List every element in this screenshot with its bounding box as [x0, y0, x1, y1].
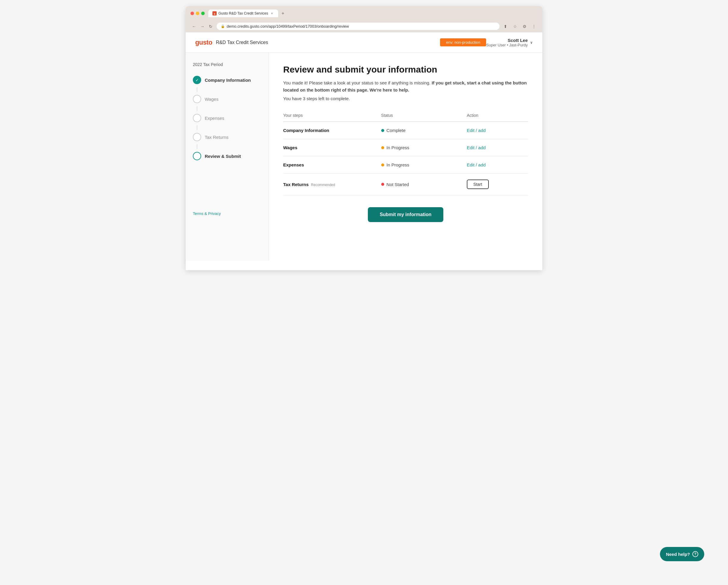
- description-normal: You made it! Please take a look at your …: [283, 80, 432, 85]
- share-button[interactable]: ⬆: [502, 23, 509, 30]
- forward-button[interactable]: →: [199, 23, 206, 30]
- user-menu[interactable]: Scott Lee Super User • Jast-Purdy ∨: [486, 38, 533, 47]
- bookmark-button[interactable]: ☆: [511, 23, 519, 30]
- nav-icon-company-information: ✓: [193, 76, 201, 84]
- url-text: demo.credits.gusto.com/app/10499/taxPeri…: [227, 24, 349, 28]
- table-row: Company InformationCompleteEdit / add: [283, 122, 528, 139]
- nav-buttons: ← → ↻: [190, 23, 214, 30]
- sidebar-item-tax-returns[interactable]: Tax Returns: [193, 130, 261, 144]
- nav-connector-2: [197, 106, 197, 111]
- col-header-status: Status: [381, 109, 467, 122]
- description-text: You made it! Please take a look at your …: [283, 79, 528, 94]
- status-cell: Complete: [381, 122, 467, 139]
- close-traffic-light[interactable]: [190, 11, 194, 15]
- logo-area: gusto R&D Tax Credit Services: [195, 39, 440, 46]
- check-icon: ✓: [196, 78, 199, 82]
- minimize-traffic-light[interactable]: [196, 11, 199, 15]
- status-dot-in-progress: [381, 146, 384, 149]
- tax-period-label: 2022 Tax Period: [193, 62, 261, 67]
- back-button[interactable]: ←: [190, 23, 198, 30]
- nav-icon-tax-returns: [193, 133, 201, 141]
- recommended-badge: Recommended: [311, 183, 335, 187]
- status-cell: In Progress: [381, 156, 467, 174]
- nav-icon-expenses: [193, 114, 201, 122]
- action-cell: Edit / add: [467, 122, 528, 139]
- edit-add-link[interactable]: Edit / add: [467, 162, 486, 167]
- table-row: ExpensesIn ProgressEdit / add: [283, 156, 528, 174]
- status-text: Complete: [387, 128, 406, 133]
- sidebar-label-review-submit: Review & Submit: [205, 154, 241, 159]
- nav-connector-4: [197, 144, 197, 149]
- table-row: WagesIn ProgressEdit / add: [283, 139, 528, 156]
- sidebar: 2022 Tax Period ✓ Company Information Wa…: [186, 53, 269, 261]
- address-bar: ← → ↻ 🔒 demo.credits.gusto.com/app/10499…: [186, 21, 542, 32]
- step-name: Tax Returns: [283, 182, 309, 187]
- app-container: gusto R&D Tax Credit Services env: non-p…: [186, 32, 542, 270]
- sidebar-item-review-submit[interactable]: Review & Submit: [193, 149, 261, 163]
- steps-table: Your steps Status Action Company Informa…: [283, 109, 528, 195]
- sidebar-item-wages[interactable]: Wages: [193, 92, 261, 106]
- user-role: Super User • Jast-Purdy: [486, 43, 528, 47]
- tab-favicon: g: [212, 11, 217, 16]
- nav-connector-1: [197, 87, 197, 92]
- status-cell: Not Started: [381, 174, 467, 195]
- step-name: Expenses: [283, 162, 304, 167]
- action-cell: Edit / add: [467, 139, 528, 156]
- extensions-button[interactable]: ⚙: [521, 23, 528, 30]
- app-header: gusto R&D Tax Credit Services env: non-p…: [186, 32, 542, 53]
- step-name-cell: Company Information: [283, 122, 381, 139]
- chevron-down-icon: ∨: [530, 41, 533, 45]
- lock-icon: 🔒: [221, 24, 225, 28]
- step-name-cell: Expenses: [283, 156, 381, 174]
- maximize-traffic-light[interactable]: [201, 11, 205, 15]
- sidebar-item-expenses[interactable]: Expenses: [193, 111, 261, 125]
- tab-close-button[interactable]: ×: [270, 11, 274, 16]
- traffic-lights: [190, 11, 205, 15]
- new-tab-button[interactable]: +: [279, 10, 286, 17]
- table-row: Tax ReturnsRecommendedNot StartedStart: [283, 174, 528, 195]
- url-bar[interactable]: 🔒 demo.credits.gusto.com/app/10499/taxPe…: [217, 23, 499, 30]
- sidebar-label-expenses: Expenses: [205, 116, 224, 121]
- nav-icon-review-submit: [193, 152, 201, 160]
- sidebar-label-wages: Wages: [205, 97, 218, 102]
- edit-add-link[interactable]: Edit / add: [467, 128, 486, 133]
- gusto-logo: gusto: [195, 39, 212, 46]
- status-text: In Progress: [387, 162, 410, 167]
- sidebar-label-company-information: Company Information: [205, 78, 251, 83]
- status-dot-not-started: [381, 183, 384, 186]
- action-cell: Edit / add: [467, 156, 528, 174]
- step-name: Company Information: [283, 128, 329, 133]
- user-info: Scott Lee Super User • Jast-Purdy: [486, 38, 528, 47]
- start-button[interactable]: Start: [467, 180, 489, 189]
- status-dot-in-progress: [381, 163, 384, 167]
- submit-area: Submit my information: [283, 207, 528, 222]
- step-name-cell: Tax ReturnsRecommended: [283, 174, 381, 195]
- status-text: In Progress: [387, 145, 410, 150]
- submit-button[interactable]: Submit my information: [368, 207, 443, 222]
- status-dot-complete: [381, 129, 384, 132]
- col-header-action: Action: [467, 109, 528, 122]
- browser-actions: ⬆ ☆ ⚙ ⋮: [502, 23, 538, 30]
- env-badge: env: non-production: [440, 39, 486, 46]
- more-button[interactable]: ⋮: [530, 23, 538, 30]
- content-area: Review and submit your information You m…: [269, 53, 542, 261]
- nav-connector-3: [197, 125, 197, 130]
- nav-icon-wages: [193, 95, 201, 103]
- edit-add-link[interactable]: Edit / add: [467, 145, 486, 150]
- status-cell: In Progress: [381, 139, 467, 156]
- main-layout: 2022 Tax Period ✓ Company Information Wa…: [186, 53, 542, 261]
- tab-title: Gusto R&D Tax Credit Services: [218, 11, 268, 16]
- user-name: Scott Lee: [486, 38, 528, 43]
- terms-privacy-link[interactable]: Terms & Privacy: [193, 211, 221, 216]
- step-name-cell: Wages: [283, 139, 381, 156]
- reload-button[interactable]: ↻: [207, 23, 214, 30]
- action-cell: Start: [467, 174, 528, 195]
- status-text: Not Started: [387, 182, 409, 187]
- sidebar-item-company-information[interactable]: ✓ Company Information: [193, 73, 261, 87]
- col-header-steps: Your steps: [283, 109, 381, 122]
- tab-bar: g Gusto R&D Tax Credit Services × +: [208, 9, 538, 17]
- browser-tab[interactable]: g Gusto R&D Tax Credit Services ×: [208, 9, 278, 17]
- step-name: Wages: [283, 145, 297, 150]
- page-title: Review and submit your information: [283, 65, 528, 75]
- steps-remaining: You have 3 steps left to complete.: [283, 96, 528, 101]
